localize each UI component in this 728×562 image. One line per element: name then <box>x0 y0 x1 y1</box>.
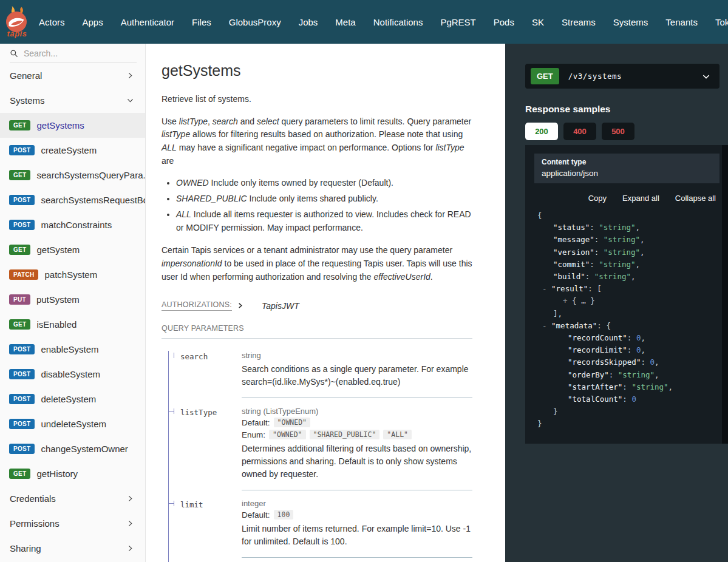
chevron-right-icon[interactable] <box>237 302 243 309</box>
param-description: Limit number of items returned. For exam… <box>242 523 472 548</box>
param-default-label: Default: <box>242 510 270 520</box>
param-default-chip: "OWNED" <box>274 418 310 427</box>
nav-item-actors[interactable]: Actors <box>39 17 65 27</box>
page-title: getSystems <box>162 62 472 80</box>
method-badge-post: POST <box>9 444 35 454</box>
sidebar-item-disablesystem[interactable]: POSTdisableSystem <box>0 362 145 387</box>
action-collapse-all[interactable]: Collapse all <box>675 194 716 203</box>
sidebar-item-searchsystemsrequestbo[interactable]: POSTsearchSystemsRequestBo... <box>0 188 145 212</box>
chevron-right-icon <box>126 72 134 80</box>
param-default-line: Default:"OWNED" <box>242 418 472 427</box>
action-expand-all[interactable]: Expand all <box>622 194 659 203</box>
nav-item-jobs[interactable]: Jobs <box>299 17 318 27</box>
param-description: Determines additional filtering of resul… <box>242 442 472 481</box>
param-default-chip: 100 <box>274 510 294 520</box>
sidebar-item-putsystem[interactable]: PUTputSystem <box>0 287 145 312</box>
chevron-right-icon <box>126 544 134 552</box>
sidebar-item-searchsystemsquerypara[interactable]: GETsearchSystemsQueryPara... <box>0 163 145 188</box>
sidebar-group-label: General <box>10 70 42 81</box>
sidebar-group-permissions[interactable]: Permissions <box>0 511 145 536</box>
op-label: putSystem <box>36 294 80 305</box>
sidebar-item-enablesystem[interactable]: POSTenableSystem <box>0 337 145 362</box>
nav-item-apps[interactable]: Apps <box>83 17 103 27</box>
code-line: "version": "string", <box>537 246 719 259</box>
sidebar-group-sharing[interactable]: Sharing <box>0 536 145 561</box>
sidebar-item-getsystems[interactable]: GETgetSystems <box>0 113 145 138</box>
code-line: { <box>537 209 719 222</box>
authorizations-row[interactable]: AUTHORIZATIONS: TapisJWT <box>162 300 472 311</box>
nav-item-pgrest[interactable]: PgREST <box>440 17 475 27</box>
op-label: patchSystem <box>44 269 97 280</box>
sidebar-item-deletesystem[interactable]: POSTdeleteSystem <box>0 387 145 411</box>
sidebar-item-matchconstraints[interactable]: POSTmatchConstraints <box>0 212 145 237</box>
nav-item-authenticator[interactable]: Authenticator <box>121 17 174 27</box>
code-panel: Content type application/json CopyExpand… <box>525 145 728 444</box>
method-badge-post: POST <box>9 145 35 155</box>
method-badge-post: POST <box>9 369 35 379</box>
chevron-down-icon[interactable] <box>701 72 711 81</box>
sidebar-item-gethistory[interactable]: GETgetHistory <box>0 461 145 486</box>
nav-item-pods[interactable]: Pods <box>494 17 514 27</box>
nav-item-files[interactable]: Files <box>192 17 211 27</box>
search-input[interactable] <box>24 49 127 58</box>
sidebar: GeneralSystems GETgetSystemsPOSTcreateSy… <box>0 44 146 562</box>
authorizations-label: AUTHORIZATIONS: <box>162 300 232 311</box>
intro-paragraph: Retrieve list of systems. <box>162 93 472 106</box>
method-badge-get: GET <box>9 170 30 180</box>
code-actions: CopyExpand allCollapse all <box>534 194 716 203</box>
tab-500[interactable]: 500 <box>602 123 634 140</box>
param-default-line: Default:100 <box>242 510 472 520</box>
code-line: - "metadata": { <box>537 320 719 332</box>
sidebar-item-patchsystem[interactable]: PATCHpatchSystem <box>0 262 145 287</box>
nav-item-notifications[interactable]: Notifications <box>373 17 423 27</box>
list-item: SHARED_PUBLIC Include only items shared … <box>176 192 472 206</box>
chevron-down-icon <box>126 96 134 104</box>
sidebar-item-changesystemowner[interactable]: POSTchangeSystemOwner <box>0 436 145 461</box>
method-badge-post: POST <box>9 195 35 205</box>
content-type-value: application/json <box>542 169 712 178</box>
param-name: limit <box>180 500 203 509</box>
nav-item-tokens[interactable]: Tokens <box>715 17 728 27</box>
main-content: getSystems Retrieve list of systems. Use… <box>146 44 505 562</box>
sidebar-item-createsystem[interactable]: POSTcreateSystem <box>0 138 145 163</box>
query-parameters-label: QUERY PARAMETERS <box>162 324 472 339</box>
op-label: getSystem <box>36 245 80 255</box>
request-bar[interactable]: GET /v3/systems <box>525 64 719 89</box>
nav-item-sk[interactable]: SK <box>532 17 544 27</box>
nav-item-meta[interactable]: Meta <box>335 17 355 27</box>
param-body: stringSearch conditions as a single quer… <box>242 351 472 398</box>
op-label: changeSystemOwner <box>41 444 128 454</box>
param-name-cell: listType <box>162 407 242 490</box>
method-badge-get: GET <box>9 319 30 330</box>
sidebar-group-label: Systems <box>10 95 45 106</box>
code-line: "recordCount": 0, <box>537 332 719 344</box>
content-type-box[interactable]: Content type application/json <box>534 154 719 183</box>
chevron-right-icon <box>126 495 134 503</box>
op-label: matchConstraints <box>41 220 112 230</box>
sidebar-item-isenabled[interactable]: GETisEnabled <box>0 312 145 337</box>
chevron-right-icon <box>126 520 134 527</box>
tapis-logo[interactable]: tapis <box>4 6 30 38</box>
nav-item-systems[interactable]: Systems <box>613 17 648 27</box>
sidebar-group-general[interactable]: General <box>0 63 145 88</box>
tab-400[interactable]: 400 <box>563 123 596 140</box>
nav-item-globusproxy[interactable]: GlobusProxy <box>229 17 281 27</box>
op-label: createSystem <box>41 145 97 155</box>
sidebar-item-getsystem[interactable]: GETgetSystem <box>0 237 145 262</box>
code-line: ], <box>537 308 719 320</box>
nav-item-streams[interactable]: Streams <box>562 17 596 27</box>
tree-tick-end <box>174 408 174 414</box>
tree-tick-end <box>174 353 174 358</box>
sidebar-group-systems[interactable]: Systems <box>0 88 145 113</box>
sidebar-item-undeletesystem[interactable]: POSTundeleteSystem <box>0 411 145 436</box>
code-line: "totalCount": 0 <box>537 393 719 405</box>
nav-item-tenants[interactable]: Tenants <box>665 17 698 27</box>
tab-200[interactable]: 200 <box>525 123 558 140</box>
listtype-options-list: OWNED Include only items owned by reques… <box>165 177 472 234</box>
action-copy[interactable]: Copy <box>588 194 607 203</box>
sidebar-group-credentials[interactable]: Credentials <box>0 486 145 511</box>
code-line: "recordLimit": 0, <box>537 344 719 356</box>
sidebar-bottom-groups: CredentialsPermissionsSharing <box>0 486 145 561</box>
code-line: "recordsSkipped": 0, <box>537 356 719 368</box>
tree-tick <box>168 411 174 411</box>
